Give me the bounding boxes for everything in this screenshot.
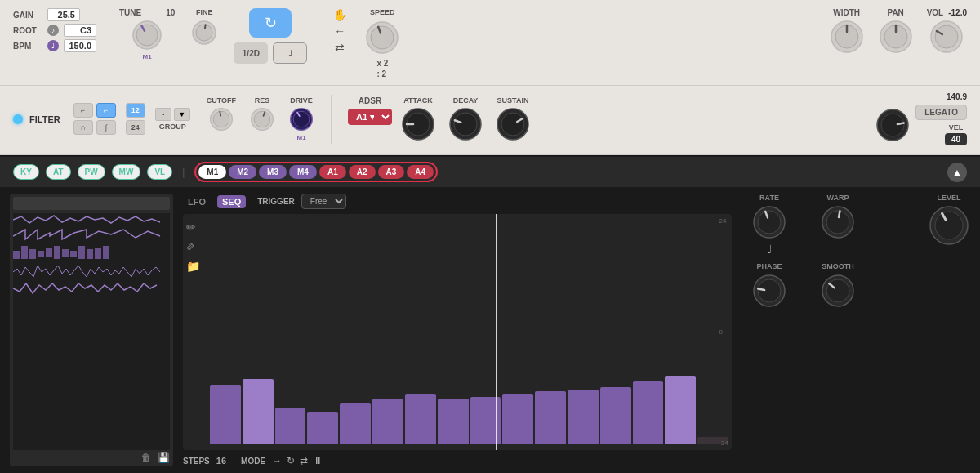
svg-rect-46 (62, 249, 69, 257)
mod-btn-a1[interactable]: A1 (319, 165, 346, 179)
waveform-controls: 🗑 💾 (13, 452, 170, 463)
seq-bar-13[interactable] (633, 381, 664, 444)
divider-1 (331, 95, 332, 144)
seq-bar-6[interactable] (405, 394, 436, 444)
warp-knob[interactable] (820, 204, 856, 240)
gain-value[interactable]: 25.5 (47, 8, 80, 21)
mode-bounce-icon[interactable]: ⇄ (300, 455, 308, 466)
waveform-save-icon[interactable]: 💾 (158, 452, 170, 463)
drive-knob[interactable] (288, 106, 314, 132)
right-arrows-icon[interactable]: ⇄ (332, 41, 348, 54)
seq-bar-2[interactable] (275, 408, 306, 444)
loop-block: ↻ 1/2D ♩ (234, 8, 307, 64)
rate-knob[interactable] (751, 204, 787, 240)
seq-bar-14[interactable] (665, 376, 696, 444)
filter-knobs: CUTOFF RES DRIVE M1 (207, 96, 314, 141)
scale-mid: 0 (719, 328, 728, 336)
mod-row: KY AT PW MW VL | M1 M2 M3 M4 A1 A2 A3 A4… (0, 155, 980, 187)
res-group: RES (249, 96, 275, 141)
seq-bar-9[interactable] (502, 394, 533, 444)
sustain-knob[interactable] (495, 106, 531, 142)
seq-bar-1[interactable] (243, 379, 274, 444)
vol-knob[interactable] (929, 19, 964, 55)
mode-loop-icon[interactable]: ↻ (287, 455, 295, 466)
seq-bar-12[interactable] (600, 387, 631, 444)
group-arrow[interactable]: ▼ (174, 108, 190, 121)
loop-button[interactable]: ↻ (249, 8, 292, 38)
decay-label: DECAY (453, 96, 479, 105)
release-knob[interactable] (875, 107, 911, 143)
pan-knob[interactable] (878, 19, 914, 55)
seq-grid: ✏ ✐ 📁 24 0 -24 (183, 214, 732, 450)
mod-btn-m3[interactable]: M3 (259, 165, 287, 179)
seq-bar-7[interactable] (438, 399, 469, 444)
folder-icon[interactable]: 📁 (186, 260, 200, 273)
seq-bar-3[interactable] (307, 412, 338, 444)
shape-btn-1[interactable]: ⌐ (74, 103, 93, 118)
lfo-button[interactable]: LFO (183, 195, 211, 208)
seq-bar-4[interactable] (340, 403, 371, 444)
mod-btn-a4[interactable]: A4 (407, 165, 434, 179)
phase-knob[interactable] (751, 273, 787, 309)
root-value[interactable]: C3 (64, 24, 96, 37)
shape-btn-3[interactable]: ∩ (74, 120, 93, 135)
svg-rect-47 (70, 251, 77, 257)
pointer-icon[interactable]: ✋ (332, 8, 348, 21)
svg-rect-40 (13, 251, 20, 259)
mod-btn-m4[interactable]: M4 (289, 165, 317, 179)
mod-btn-a3[interactable]: A3 (378, 165, 405, 179)
mod-btn-m1[interactable]: M1 (198, 165, 226, 179)
seq-bar-10[interactable] (535, 391, 566, 444)
legato-button[interactable]: LEGATO (915, 105, 967, 120)
svg-rect-51 (103, 246, 109, 259)
trigger-label: TRIGGER (257, 197, 295, 206)
tune-knob[interactable] (131, 19, 163, 51)
mod-btn-a2[interactable]: A2 (349, 165, 376, 179)
left-arrow-icon[interactable]: ← (332, 25, 348, 38)
trigger-select[interactable]: Free (301, 194, 346, 209)
shape-btn-2[interactable]: ⌐ (96, 103, 116, 118)
mode-pause-icon[interactable]: ⏸ (313, 455, 323, 466)
bpm-value[interactable]: 150.0 (64, 39, 96, 52)
seq-bar-5[interactable] (372, 399, 403, 444)
tune-block: TUNE 10 M1 (119, 8, 175, 60)
mod-tag-ky[interactable]: KY (13, 164, 39, 180)
speed-x2[interactable]: x 2 (376, 59, 388, 68)
mode-note-button[interactable]: ♩ (273, 42, 307, 64)
svg-rect-43 (38, 251, 44, 257)
mode-forward-icon[interactable]: → (272, 455, 282, 466)
num-12-button[interactable]: 12 (126, 103, 145, 118)
cutoff-knob[interactable] (208, 106, 234, 132)
bpm-icon: ♩ (47, 40, 59, 51)
smooth-knob[interactable] (820, 273, 856, 309)
decay-group: DECAY (448, 96, 483, 142)
speed-d2[interactable]: : 2 (376, 69, 388, 78)
mod-tag-vl[interactable]: VL (147, 164, 172, 180)
num-24-button[interactable]: 24 (126, 120, 145, 135)
mode-1-2d-button[interactable]: 1/2D (234, 42, 268, 64)
res-knob[interactable] (249, 106, 275, 132)
seq-bar-0[interactable] (210, 385, 241, 444)
group-minus[interactable]: - (155, 108, 172, 121)
shape-btn-4[interactable]: ∫ (96, 120, 116, 135)
eraser-icon[interactable]: ✐ (186, 240, 200, 253)
pencil-icon[interactable]: ✏ (186, 221, 200, 234)
level-knob[interactable] (928, 204, 970, 247)
waveform-delete-icon[interactable]: 🗑 (141, 452, 151, 463)
adsr-select[interactable]: A1 ▾ (348, 109, 392, 125)
seq-bar-11[interactable] (568, 390, 599, 444)
decay-knob[interactable] (448, 106, 483, 142)
mod-tag-pw[interactable]: PW (78, 164, 105, 180)
seq-footer: STEPS 16 MODE → ↻ ⇄ ⏸ (183, 455, 732, 466)
drive-group: DRIVE M1 (288, 96, 314, 141)
speed-knob[interactable] (364, 20, 400, 56)
seq-button[interactable]: SEQ (217, 195, 246, 208)
mod-expand-button[interactable]: ▲ (947, 163, 967, 182)
mod-tag-at[interactable]: AT (46, 164, 71, 180)
mod-btn-m2[interactable]: M2 (229, 165, 256, 179)
width-knob[interactable] (829, 19, 865, 55)
filter-led[interactable] (13, 114, 23, 124)
attack-knob[interactable] (400, 106, 436, 142)
fine-knob[interactable] (191, 20, 217, 46)
mod-tag-mw[interactable]: MW (112, 164, 141, 180)
